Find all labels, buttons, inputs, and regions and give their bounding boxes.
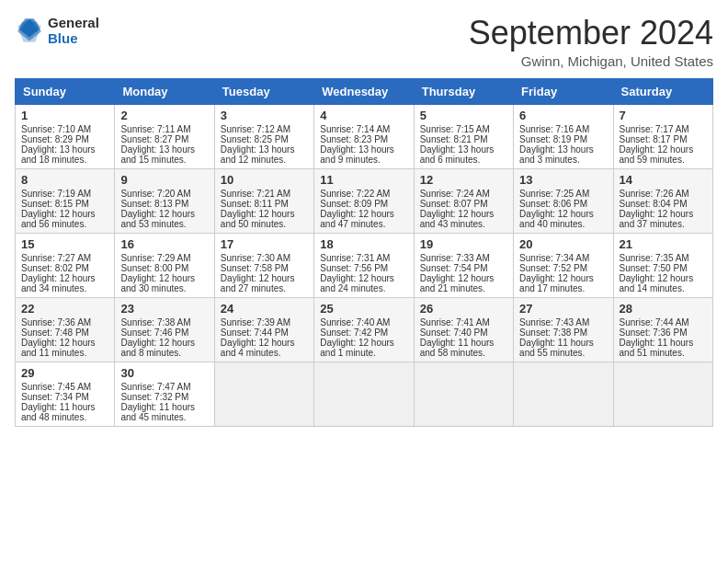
sunrise-text: Sunrise: 7:38 AM: [120, 317, 208, 327]
sunrise-text: Sunrise: 7:43 AM: [519, 317, 607, 327]
day-number: 15: [21, 237, 108, 251]
sunrise-text: Sunrise: 7:16 AM: [519, 124, 607, 134]
day-number: 23: [120, 302, 208, 316]
calendar-cell: 9Sunrise: 7:20 AMSunset: 8:13 PMDaylight…: [115, 168, 214, 233]
day-number: 4: [320, 109, 407, 122]
sunset-text: Sunset: 7:46 PM: [120, 327, 208, 338]
day-number: 20: [519, 237, 607, 251]
calendar-cell: 8Sunrise: 7:19 AMSunset: 8:15 PMDaylight…: [16, 168, 115, 233]
sunset-text: Sunset: 7:48 PM: [21, 327, 108, 338]
calendar-cell: 28Sunrise: 7:44 AMSunset: 7:36 PMDayligh…: [613, 297, 712, 362]
calendar-header-sunday: Sunday: [16, 78, 115, 104]
sunset-text: Sunset: 7:58 PM: [221, 263, 308, 273]
sunrise-text: Sunrise: 7:41 AM: [420, 317, 507, 327]
daylight-text: Daylight: 11 hours and 45 minutes.: [120, 402, 208, 422]
sunrise-text: Sunrise: 7:27 AM: [21, 253, 108, 263]
daylight-text: Daylight: 12 hours and 17 minutes.: [519, 273, 607, 293]
daylight-text: Daylight: 13 hours and 15 minutes.: [120, 144, 208, 165]
calendar-cell: 21Sunrise: 7:35 AMSunset: 7:50 PMDayligh…: [613, 233, 712, 297]
sunrise-text: Sunrise: 7:24 AM: [420, 189, 507, 199]
calendar-header-saturday: Saturday: [613, 78, 712, 104]
sunrise-text: Sunrise: 7:36 AM: [21, 317, 108, 327]
calendar-cell: [613, 362, 712, 426]
sunset-text: Sunset: 7:34 PM: [21, 392, 108, 402]
calendar-cell: [414, 362, 513, 426]
sunrise-text: Sunrise: 7:30 AM: [221, 253, 308, 263]
daylight-text: Daylight: 13 hours and 12 minutes.: [221, 144, 308, 165]
logo-icon: [15, 16, 44, 45]
day-number: 24: [221, 302, 308, 316]
day-number: 26: [420, 302, 507, 316]
sunset-text: Sunset: 7:38 PM: [519, 327, 607, 338]
daylight-text: Daylight: 11 hours and 55 minutes.: [519, 338, 607, 358]
daylight-text: Daylight: 12 hours and 14 minutes.: [620, 273, 707, 293]
day-number: 17: [221, 237, 308, 251]
daylight-text: Daylight: 12 hours and 27 minutes.: [221, 273, 308, 293]
calendar-cell: 14Sunrise: 7:26 AMSunset: 8:04 PMDayligh…: [613, 168, 712, 233]
sunrise-text: Sunrise: 7:19 AM: [21, 189, 108, 199]
daylight-text: Daylight: 11 hours and 48 minutes.: [21, 402, 108, 422]
sunset-text: Sunset: 8:13 PM: [120, 199, 208, 209]
calendar-cell: 27Sunrise: 7:43 AMSunset: 7:38 PMDayligh…: [514, 297, 613, 362]
day-number: 9: [120, 173, 208, 187]
calendar-week-row: 29Sunrise: 7:45 AMSunset: 7:34 PMDayligh…: [16, 362, 713, 426]
calendar-cell: 30Sunrise: 7:47 AMSunset: 7:32 PMDayligh…: [115, 362, 214, 426]
sunset-text: Sunset: 8:23 PM: [320, 134, 407, 144]
sunset-text: Sunset: 7:36 PM: [620, 327, 707, 338]
daylight-text: Daylight: 12 hours and 21 minutes.: [420, 273, 507, 293]
daylight-text: Daylight: 12 hours and 59 minutes.: [620, 144, 707, 165]
daylight-text: Daylight: 12 hours and 11 minutes.: [21, 338, 108, 358]
calendar-body: 1Sunrise: 7:10 AMSunset: 8:29 PMDaylight…: [16, 104, 713, 426]
day-number: 5: [420, 109, 507, 122]
sunrise-text: Sunrise: 7:17 AM: [620, 124, 707, 134]
daylight-text: Daylight: 12 hours and 30 minutes.: [120, 273, 208, 293]
sunrise-text: Sunrise: 7:45 AM: [21, 382, 108, 392]
calendar-cell: [314, 362, 414, 426]
calendar-cell: 20Sunrise: 7:34 AMSunset: 7:52 PMDayligh…: [514, 233, 613, 297]
day-number: 30: [120, 366, 208, 380]
calendar-cell: 2Sunrise: 7:11 AMSunset: 8:27 PMDaylight…: [115, 104, 214, 168]
sunrise-text: Sunrise: 7:10 AM: [21, 124, 108, 134]
day-number: 28: [620, 302, 707, 316]
calendar-cell: 11Sunrise: 7:22 AMSunset: 8:09 PMDayligh…: [314, 168, 414, 233]
sunrise-text: Sunrise: 7:31 AM: [320, 253, 407, 263]
sunset-text: Sunset: 8:27 PM: [120, 134, 208, 144]
calendar-cell: 16Sunrise: 7:29 AMSunset: 8:00 PMDayligh…: [115, 233, 214, 297]
day-number: 16: [120, 237, 208, 251]
day-number: 25: [320, 302, 407, 316]
calendar-cell: 25Sunrise: 7:40 AMSunset: 7:42 PMDayligh…: [314, 297, 414, 362]
calendar-week-row: 1Sunrise: 7:10 AMSunset: 8:29 PMDaylight…: [16, 104, 713, 168]
sunset-text: Sunset: 8:15 PM: [21, 199, 108, 209]
day-number: 8: [21, 173, 108, 187]
daylight-text: Daylight: 12 hours and 34 minutes.: [21, 273, 108, 293]
calendar-cell: 5Sunrise: 7:15 AMSunset: 8:21 PMDaylight…: [414, 104, 513, 168]
sunset-text: Sunset: 8:06 PM: [519, 199, 607, 209]
sunrise-text: Sunrise: 7:15 AM: [420, 124, 507, 134]
day-number: 10: [221, 173, 308, 187]
day-number: 18: [320, 237, 407, 251]
sunrise-text: Sunrise: 7:33 AM: [420, 253, 507, 263]
day-number: 14: [620, 173, 707, 187]
logo-text: General Blue: [48, 15, 99, 46]
title-block: September 2024 Gwinn, Michigan, United S…: [469, 15, 713, 69]
sunset-text: Sunset: 7:50 PM: [620, 263, 707, 273]
calendar-cell: 13Sunrise: 7:25 AMSunset: 8:06 PMDayligh…: [514, 168, 613, 233]
day-number: 29: [21, 366, 108, 380]
calendar-cell: 23Sunrise: 7:38 AMSunset: 7:46 PMDayligh…: [115, 297, 214, 362]
calendar-cell: 15Sunrise: 7:27 AMSunset: 8:02 PMDayligh…: [16, 233, 115, 297]
sunset-text: Sunset: 8:09 PM: [320, 199, 407, 209]
day-number: 13: [519, 173, 607, 187]
daylight-text: Daylight: 12 hours and 47 minutes.: [320, 209, 407, 229]
day-number: 27: [519, 302, 607, 316]
sunrise-text: Sunrise: 7:40 AM: [320, 317, 407, 327]
sunrise-text: Sunrise: 7:12 AM: [221, 124, 308, 134]
calendar-header-thursday: Thursday: [414, 78, 513, 104]
day-number: 6: [519, 109, 607, 122]
daylight-text: Daylight: 12 hours and 4 minutes.: [221, 338, 308, 358]
calendar-cell: 7Sunrise: 7:17 AMSunset: 8:17 PMDaylight…: [613, 104, 712, 168]
sunset-text: Sunset: 8:11 PM: [221, 199, 308, 209]
sunset-text: Sunset: 7:56 PM: [320, 263, 407, 273]
sunset-text: Sunset: 7:44 PM: [221, 327, 308, 338]
sunset-text: Sunset: 8:04 PM: [620, 199, 707, 209]
calendar-cell: 19Sunrise: 7:33 AMSunset: 7:54 PMDayligh…: [414, 233, 513, 297]
